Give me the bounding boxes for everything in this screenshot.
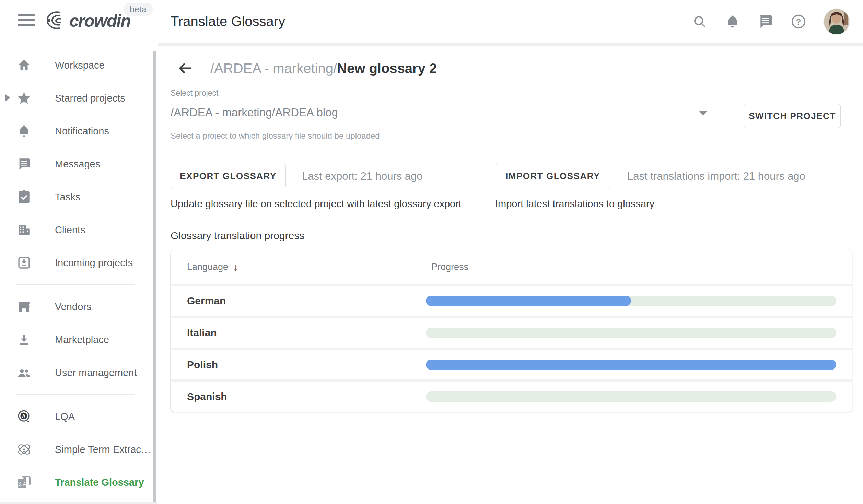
- language-label: Spanish: [187, 391, 227, 402]
- expand-caret-icon[interactable]: [5, 94, 10, 101]
- progress-bar-track: [426, 296, 836, 306]
- select-project-helper: Select a project to which glossary file …: [171, 131, 380, 141]
- breadcrumb-current: New glossary 2: [337, 61, 437, 76]
- export-description: Update glossary file on selected project…: [171, 198, 462, 210]
- sidebar-item-messages[interactable]: Messages: [0, 148, 158, 180]
- message-icon: [16, 156, 32, 172]
- select-project-label: Select project: [171, 89, 218, 98]
- top-bar: crowdin beta Translate Glossary: [0, 0, 863, 43]
- hamburger-menu-icon[interactable]: [18, 14, 35, 28]
- export-glossary-button[interactable]: EXPORT GLOSSARY: [171, 164, 286, 188]
- messages-chat-icon[interactable]: [758, 14, 773, 29]
- progress-bar-track: [426, 328, 836, 338]
- star-icon: [16, 91, 32, 106]
- sidebar-divider: [16, 394, 135, 395]
- language-label: German: [187, 295, 226, 307]
- progress-bar-track: [426, 391, 836, 402]
- sidebar-item-marketplace[interactable]: Marketplace: [0, 323, 158, 356]
- sidebar-item-user-management[interactable]: User management: [0, 356, 158, 389]
- sidebar-scrollbar[interactable]: [153, 51, 156, 504]
- table-row[interactable]: Italian: [171, 316, 852, 348]
- import-description: Import latest translations to glossary: [495, 198, 654, 210]
- breadcrumb-path[interactable]: /ARDEA - marketing/: [210, 61, 337, 76]
- main-content: /ARDEA - marketing/New glossary 2 Select…: [158, 43, 863, 504]
- download-icon: [16, 332, 32, 347]
- page-title: Translate Glossary: [171, 0, 285, 43]
- notifications-bell-icon[interactable]: [725, 14, 740, 29]
- crowdin-logo[interactable]: crowdin: [45, 10, 130, 32]
- last-export-text: Last export: 21 hours ago: [302, 164, 423, 188]
- crowdin-wordmark: crowdin: [69, 11, 130, 31]
- vertical-divider: [474, 161, 474, 213]
- language-column-header[interactable]: Language ↓: [187, 261, 238, 273]
- translate-glossary-icon: 文A: [16, 475, 32, 490]
- svg-text:A: A: [22, 413, 25, 419]
- people-icon: [16, 365, 32, 380]
- back-arrow-icon[interactable]: [177, 60, 194, 77]
- sidebar-item-starred-projects[interactable]: Starred projects: [0, 82, 158, 115]
- help-icon[interactable]: ?: [791, 14, 806, 29]
- home-icon: [16, 58, 32, 73]
- atom-icon: E: [16, 442, 32, 457]
- table-row[interactable]: Spanish: [171, 379, 852, 411]
- progress-column-header: Progress: [431, 262, 468, 272]
- sidebar-item-translate-glossary[interactable]: 文A Translate Glossary: [0, 466, 158, 499]
- project-select-value: /ARDEA - marketing/ARDEA blog: [171, 101, 714, 124]
- svg-text:E: E: [22, 447, 26, 453]
- breadcrumb: /ARDEA - marketing/New glossary 2: [177, 60, 437, 77]
- table-header-row: Language ↓ Progress: [171, 250, 852, 284]
- switch-project-button[interactable]: SWITCH PROJECT: [744, 104, 841, 128]
- app-window: crowdin beta Translate Glossary: [0, 0, 863, 504]
- sidebar-item-vendors[interactable]: Vendors: [0, 290, 158, 323]
- sidebar-item-lqa[interactable]: A LQA: [0, 400, 158, 433]
- sidebar-divider: [16, 284, 135, 285]
- import-glossary-button[interactable]: IMPORT GLOSSARY: [495, 164, 610, 188]
- sidebar-item-notifications[interactable]: Notifications: [0, 115, 158, 148]
- language-label: Polish: [187, 359, 218, 371]
- beta-badge: beta: [124, 3, 153, 16]
- inbox-arrow-icon: [16, 255, 32, 270]
- sort-descending-icon: ↓: [233, 261, 238, 273]
- project-select[interactable]: /ARDEA - marketing/ARDEA blog: [171, 101, 714, 125]
- sidebar: Workspace Starred projects Notifications: [0, 43, 158, 504]
- last-import-text: Last translations import: 21 hours ago: [627, 164, 805, 188]
- sidebar-item-incoming-projects[interactable]: Incoming projects: [0, 246, 158, 279]
- progress-bar-fill: [426, 296, 631, 306]
- sidebar-item-clients[interactable]: Clients: [0, 213, 158, 246]
- progress-bar-fill: [426, 360, 836, 370]
- sidebar-item-workspace[interactable]: Workspace: [0, 49, 158, 82]
- language-label: Italian: [187, 327, 217, 339]
- search-icon[interactable]: [692, 14, 707, 29]
- crowdin-logo-icon: [45, 10, 66, 32]
- table-body: German Italian Polish Spanish: [171, 284, 852, 411]
- clipboard-check-icon: [16, 189, 32, 204]
- svg-text:文A: 文A: [18, 481, 26, 487]
- table-row[interactable]: Polish: [171, 348, 852, 379]
- user-avatar[interactable]: [824, 9, 849, 34]
- bell-icon: [16, 124, 32, 139]
- lqa-icon: A: [16, 409, 32, 424]
- progress-bar-track: [426, 360, 836, 370]
- chevron-down-icon: [699, 111, 707, 116]
- progress-table-card: Language ↓ Progress German Italian Polis…: [171, 250, 852, 412]
- sidebar-item-simple-term-extractor[interactable]: E Simple Term Extrac…: [0, 433, 158, 466]
- progress-section-title: Glossary translation progress: [171, 230, 304, 242]
- storefront-icon: [16, 299, 32, 314]
- svg-text:?: ?: [796, 17, 801, 26]
- sidebar-item-tasks[interactable]: Tasks: [0, 180, 158, 213]
- table-row[interactable]: German: [171, 284, 852, 316]
- building-icon: [16, 222, 32, 237]
